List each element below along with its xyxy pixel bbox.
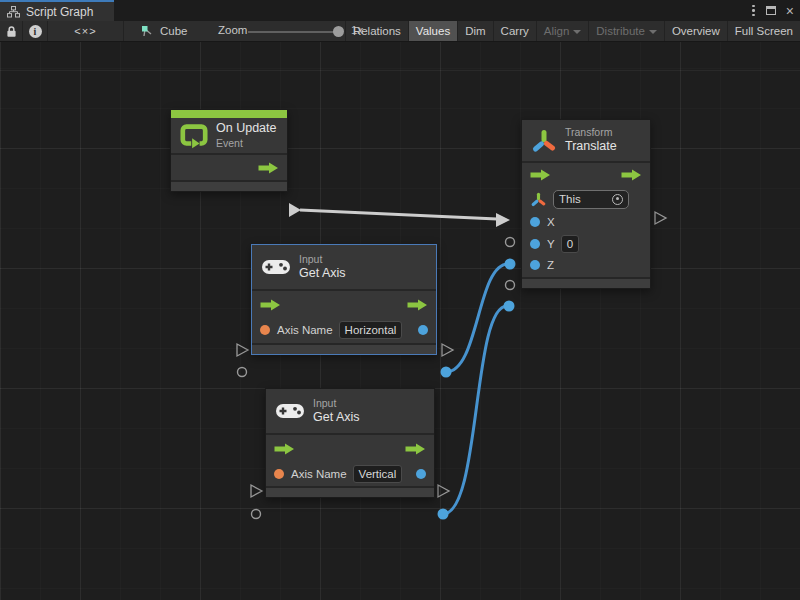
maximize-icon[interactable] bbox=[766, 6, 776, 15]
object-picker-icon[interactable] bbox=[612, 194, 623, 205]
port-z-label: Z bbox=[547, 259, 554, 271]
value-port-result[interactable] bbox=[418, 325, 428, 335]
flow-out-port[interactable] bbox=[405, 443, 426, 455]
zoom-slider-track[interactable] bbox=[248, 31, 340, 33]
node-footer bbox=[522, 279, 650, 288]
flow-out-port[interactable] bbox=[621, 169, 642, 181]
transform-icon bbox=[531, 129, 557, 153]
port-y-label: Y bbox=[547, 238, 555, 250]
chevron-down-icon bbox=[649, 30, 657, 34]
axis-name-field[interactable]: Vertical bbox=[353, 465, 403, 483]
align-dropdown[interactable]: Align bbox=[536, 21, 589, 41]
values-button[interactable]: Values bbox=[408, 21, 457, 41]
node-on-update[interactable]: On Update Event bbox=[170, 109, 288, 192]
value-port-y[interactable] bbox=[530, 239, 540, 249]
node-category: Transform bbox=[565, 126, 617, 139]
relations-button[interactable]: Relations bbox=[345, 21, 408, 41]
graph-toolbar: i <×> Cube Zoom 1x Relations Values Dim … bbox=[0, 21, 800, 42]
graph-breadcrumb[interactable]: Cube bbox=[141, 21, 188, 41]
chevron-down-icon bbox=[573, 30, 581, 34]
axis-name-field[interactable]: Horizontal bbox=[339, 321, 403, 339]
target-object-value: This bbox=[559, 193, 581, 205]
lock-icon bbox=[6, 25, 17, 38]
dim-button[interactable]: Dim bbox=[457, 21, 492, 41]
node-title: Translate bbox=[565, 139, 617, 155]
axis-name-label: Axis Name bbox=[277, 324, 333, 336]
node-title: On Update bbox=[216, 121, 276, 137]
code-toggle-icon: <×> bbox=[74, 25, 96, 37]
zoom-slider-handle[interactable] bbox=[333, 26, 344, 37]
node-subtitle: Event bbox=[216, 137, 276, 150]
value-port-axis-name[interactable] bbox=[274, 469, 284, 479]
flow-in-port[interactable] bbox=[530, 169, 551, 181]
node-get-axis-vertical[interactable]: Input Get Axis Axis Name Vertical bbox=[265, 388, 435, 498]
port-x-label: X bbox=[547, 216, 555, 228]
fullscreen-button[interactable]: Full Screen bbox=[727, 21, 800, 41]
node-title: Get Axis bbox=[313, 410, 360, 426]
carry-button[interactable]: Carry bbox=[493, 21, 536, 41]
value-port-axis-name[interactable] bbox=[260, 325, 270, 335]
graph-node-icon bbox=[141, 25, 154, 38]
value-port-result[interactable] bbox=[416, 469, 426, 479]
window-titlebar: Script Graph × bbox=[0, 0, 800, 21]
zoom-label: Zoom bbox=[218, 24, 247, 36]
tab-script-graph[interactable]: Script Graph bbox=[0, 0, 114, 21]
y-value-field[interactable]: 0 bbox=[561, 235, 579, 253]
event-color-bar bbox=[171, 110, 287, 118]
lock-button[interactable] bbox=[0, 21, 23, 41]
node-category: Input bbox=[299, 253, 346, 266]
node-category: Input bbox=[313, 397, 360, 410]
info-icon: i bbox=[29, 25, 42, 38]
gamepad-icon bbox=[261, 258, 291, 276]
target-object-dropdown[interactable]: This bbox=[553, 190, 629, 209]
transform-port-icon[interactable] bbox=[530, 192, 547, 207]
info-button[interactable]: i bbox=[23, 21, 48, 41]
node-translate[interactable]: Transform Translate This X Y 0 Z bbox=[521, 119, 651, 289]
flow-in-port[interactable] bbox=[260, 299, 281, 311]
gamepad-icon bbox=[275, 402, 305, 420]
flow-out-port[interactable] bbox=[258, 162, 279, 174]
graph-target-label: Cube bbox=[160, 25, 188, 37]
window-menu-icon[interactable] bbox=[749, 3, 758, 19]
value-port-z[interactable] bbox=[530, 260, 540, 270]
graph-hierarchy-icon bbox=[7, 6, 20, 18]
distribute-dropdown[interactable]: Distribute bbox=[588, 21, 664, 41]
node-get-axis-horizontal[interactable]: Input Get Axis Axis Name Horizontal bbox=[251, 244, 437, 355]
toolbar-toggle-group: Relations Values Dim Carry Align Distrib… bbox=[345, 21, 800, 41]
tab-title: Script Graph bbox=[26, 5, 93, 19]
node-footer bbox=[171, 182, 287, 191]
node-footer bbox=[266, 488, 434, 497]
flow-out-port[interactable] bbox=[407, 299, 428, 311]
node-title: Get Axis bbox=[299, 266, 346, 282]
window-controls: × bbox=[749, 0, 796, 21]
overview-button[interactable]: Overview bbox=[664, 21, 727, 41]
node-footer bbox=[252, 345, 436, 354]
axis-name-label: Axis Name bbox=[291, 468, 347, 480]
flow-in-port[interactable] bbox=[274, 443, 295, 455]
update-loop-icon bbox=[180, 123, 208, 149]
code-preview-button[interactable]: <×> bbox=[48, 21, 124, 41]
close-icon[interactable]: × bbox=[784, 4, 796, 18]
value-port-x[interactable] bbox=[530, 217, 540, 227]
